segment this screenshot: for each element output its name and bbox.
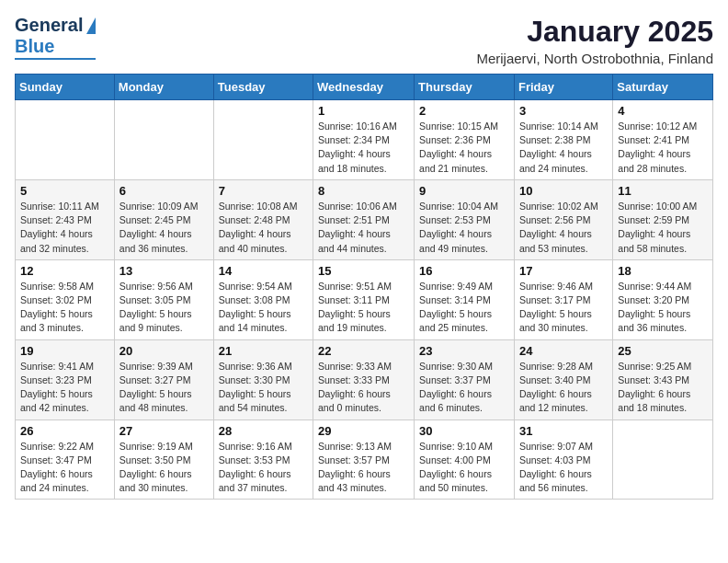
day-number: 20: [119, 344, 209, 358]
day-info: Sunrise: 9:44 AMSunset: 3:20 PMDaylight:…: [618, 280, 708, 336]
day-number: 13: [119, 264, 209, 278]
calendar-cell: 2Sunrise: 10:15 AMSunset: 2:36 PMDayligh…: [415, 100, 515, 180]
calendar-cell: 16Sunrise: 9:49 AMSunset: 3:14 PMDayligh…: [415, 259, 515, 339]
calendar-body: 1Sunrise: 10:16 AMSunset: 2:34 PMDayligh…: [16, 100, 713, 500]
calendar-cell: 10Sunrise: 10:02 AMSunset: 2:56 PMDaylig…: [514, 179, 612, 259]
day-number: 31: [519, 424, 608, 438]
day-number: 10: [519, 184, 608, 198]
day-info: Sunrise: 9:49 AMSunset: 3:14 PMDaylight:…: [419, 280, 509, 336]
weekday-header-tuesday: Tuesday: [213, 75, 313, 100]
calendar-week-row: 26Sunrise: 9:22 AMSunset: 3:47 PMDayligh…: [16, 419, 713, 500]
calendar-cell: 13Sunrise: 9:56 AMSunset: 3:05 PMDayligh…: [114, 259, 213, 339]
calendar-cell: 27Sunrise: 9:19 AMSunset: 3:50 PMDayligh…: [114, 419, 213, 500]
calendar-cell: [213, 100, 313, 180]
calendar-cell: [16, 100, 115, 180]
weekday-header-row: SundayMondayTuesdayWednesdayThursdayFrid…: [16, 75, 713, 100]
calendar-cell: 17Sunrise: 9:46 AMSunset: 3:17 PMDayligh…: [514, 259, 612, 339]
day-info: Sunrise: 10:04 AMSunset: 2:53 PMDaylight…: [419, 200, 509, 256]
day-number: 30: [419, 424, 509, 438]
calendar-cell: 7Sunrise: 10:08 AMSunset: 2:48 PMDayligh…: [213, 179, 313, 259]
day-number: 7: [219, 184, 308, 198]
title-area: January 2025 Merijaervi, North Ostroboth…: [476, 15, 713, 66]
day-number: 17: [519, 264, 608, 278]
day-number: 14: [219, 264, 308, 278]
day-info: Sunrise: 10:02 AMSunset: 2:56 PMDaylight…: [519, 200, 608, 256]
day-info: Sunrise: 9:36 AMSunset: 3:30 PMDaylight:…: [219, 360, 308, 416]
day-info: Sunrise: 10:09 AMSunset: 2:45 PMDaylight…: [119, 200, 209, 256]
calendar-cell: 23Sunrise: 9:30 AMSunset: 3:37 PMDayligh…: [415, 339, 515, 419]
calendar-cell: 20Sunrise: 9:39 AMSunset: 3:27 PMDayligh…: [114, 339, 213, 419]
calendar-cell: 14Sunrise: 9:54 AMSunset: 3:08 PMDayligh…: [213, 259, 313, 339]
calendar-subtitle: Merijaervi, North Ostrobothnia, Finland: [476, 51, 713, 66]
logo: General Blue: [15, 15, 96, 60]
calendar-title: January 2025: [476, 15, 713, 49]
weekday-header-wednesday: Wednesday: [313, 75, 415, 100]
weekday-header-thursday: Thursday: [415, 75, 515, 100]
day-number: 15: [318, 264, 409, 278]
logo-blue-text: Blue: [15, 36, 54, 57]
day-number: 6: [119, 184, 209, 198]
day-number: 21: [219, 344, 308, 358]
day-info: Sunrise: 10:08 AMSunset: 2:48 PMDaylight…: [219, 200, 308, 256]
calendar-week-row: 19Sunrise: 9:41 AMSunset: 3:23 PMDayligh…: [16, 339, 713, 419]
day-number: 11: [618, 184, 708, 198]
day-info: Sunrise: 9:19 AMSunset: 3:50 PMDaylight:…: [119, 440, 209, 496]
day-info: Sunrise: 9:51 AMSunset: 3:11 PMDaylight:…: [318, 280, 409, 336]
day-number: 24: [519, 344, 608, 358]
day-info: Sunrise: 9:46 AMSunset: 3:17 PMDaylight:…: [519, 280, 608, 336]
calendar-cell: 11Sunrise: 10:00 AMSunset: 2:59 PMDaylig…: [613, 179, 713, 259]
calendar-header: SundayMondayTuesdayWednesdayThursdayFrid…: [16, 75, 713, 100]
day-info: Sunrise: 10:15 AMSunset: 2:36 PMDaylight…: [419, 120, 509, 176]
calendar-cell: 12Sunrise: 9:58 AMSunset: 3:02 PMDayligh…: [16, 259, 115, 339]
calendar-cell: 5Sunrise: 10:11 AMSunset: 2:43 PMDayligh…: [16, 179, 115, 259]
day-info: Sunrise: 9:16 AMSunset: 3:53 PMDaylight:…: [219, 440, 308, 496]
day-number: 29: [318, 424, 409, 438]
calendar-week-row: 1Sunrise: 10:16 AMSunset: 2:34 PMDayligh…: [16, 100, 713, 180]
logo-general-text: General: [15, 15, 83, 36]
weekday-header-friday: Friday: [514, 75, 612, 100]
day-info: Sunrise: 10:12 AMSunset: 2:41 PMDaylight…: [618, 120, 708, 176]
day-info: Sunrise: 9:54 AMSunset: 3:08 PMDaylight:…: [219, 280, 308, 336]
calendar-cell: 8Sunrise: 10:06 AMSunset: 2:51 PMDayligh…: [313, 179, 415, 259]
calendar-cell: 28Sunrise: 9:16 AMSunset: 3:53 PMDayligh…: [213, 419, 313, 500]
calendar-cell: 4Sunrise: 10:12 AMSunset: 2:41 PMDayligh…: [613, 100, 713, 180]
calendar-cell: 9Sunrise: 10:04 AMSunset: 2:53 PMDayligh…: [415, 179, 515, 259]
calendar-cell: 3Sunrise: 10:14 AMSunset: 2:38 PMDayligh…: [514, 100, 612, 180]
calendar-week-row: 12Sunrise: 9:58 AMSunset: 3:02 PMDayligh…: [16, 259, 713, 339]
calendar-cell: [114, 100, 213, 180]
calendar-cell: 25Sunrise: 9:25 AMSunset: 3:43 PMDayligh…: [613, 339, 713, 419]
day-info: Sunrise: 9:25 AMSunset: 3:43 PMDaylight:…: [618, 360, 708, 416]
day-info: Sunrise: 9:07 AMSunset: 4:03 PMDaylight:…: [519, 440, 608, 496]
day-info: Sunrise: 10:14 AMSunset: 2:38 PMDaylight…: [519, 120, 608, 176]
calendar-cell: 1Sunrise: 10:16 AMSunset: 2:34 PMDayligh…: [313, 100, 415, 180]
logo-triangle-icon: [86, 17, 96, 34]
day-number: 27: [119, 424, 209, 438]
day-number: 22: [318, 344, 409, 358]
calendar-cell: 21Sunrise: 9:36 AMSunset: 3:30 PMDayligh…: [213, 339, 313, 419]
day-info: Sunrise: 9:58 AMSunset: 3:02 PMDaylight:…: [20, 280, 109, 336]
day-info: Sunrise: 9:28 AMSunset: 3:40 PMDaylight:…: [519, 360, 608, 416]
day-info: Sunrise: 9:56 AMSunset: 3:05 PMDaylight:…: [119, 280, 209, 336]
weekday-header-sunday: Sunday: [16, 75, 115, 100]
calendar-cell: 22Sunrise: 9:33 AMSunset: 3:33 PMDayligh…: [313, 339, 415, 419]
calendar-cell: [613, 419, 713, 500]
day-number: 12: [20, 264, 109, 278]
day-info: Sunrise: 10:00 AMSunset: 2:59 PMDaylight…: [618, 200, 708, 256]
weekday-header-monday: Monday: [114, 75, 213, 100]
day-number: 18: [618, 264, 708, 278]
logo-underline: [15, 58, 96, 60]
day-number: 3: [519, 104, 608, 118]
day-number: 5: [20, 184, 109, 198]
day-number: 9: [419, 184, 509, 198]
day-number: 25: [618, 344, 708, 358]
day-info: Sunrise: 10:16 AMSunset: 2:34 PMDaylight…: [318, 120, 409, 176]
day-number: 8: [318, 184, 409, 198]
weekday-header-saturday: Saturday: [613, 75, 713, 100]
day-number: 28: [219, 424, 308, 438]
page-header: General Blue January 2025 Merijaervi, No…: [15, 15, 713, 66]
calendar-cell: 29Sunrise: 9:13 AMSunset: 3:57 PMDayligh…: [313, 419, 415, 500]
day-info: Sunrise: 9:22 AMSunset: 3:47 PMDaylight:…: [20, 440, 109, 496]
calendar-cell: 19Sunrise: 9:41 AMSunset: 3:23 PMDayligh…: [16, 339, 115, 419]
day-info: Sunrise: 10:11 AMSunset: 2:43 PMDaylight…: [20, 200, 109, 256]
day-info: Sunrise: 9:13 AMSunset: 3:57 PMDaylight:…: [318, 440, 409, 496]
